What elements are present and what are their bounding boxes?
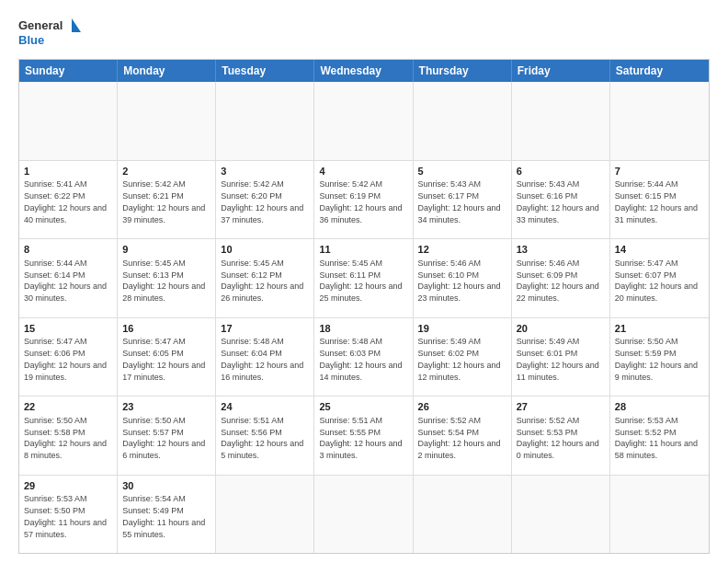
- cell-2-3: 11 Sunrise: 5:45 AMSunset: 6:11 PMDaylig…: [314, 239, 413, 317]
- cell-4-0: 22 Sunrise: 5:50 AMSunset: 5:58 PMDaylig…: [19, 396, 118, 475]
- day-number: 10: [221, 243, 309, 257]
- cell-info: Sunrise: 5:47 AMSunset: 6:07 PMDaylight:…: [615, 259, 698, 303]
- logo: General Blue: [18, 15, 83, 50]
- cell-4-4: 26 Sunrise: 5:52 AMSunset: 5:54 PMDaylig…: [414, 396, 512, 475]
- week-row-0: [19, 82, 709, 160]
- cell-info: Sunrise: 5:48 AMSunset: 6:04 PMDaylight:…: [221, 337, 303, 381]
- cell-0-3: [314, 82, 413, 160]
- cell-info: Sunrise: 5:50 AMSunset: 5:57 PMDaylight:…: [122, 416, 205, 460]
- day-number: 28: [615, 400, 704, 414]
- day-number: 27: [517, 400, 605, 414]
- cell-1-3: 4 Sunrise: 5:42 AMSunset: 6:19 PMDayligh…: [314, 161, 413, 239]
- cell-info: Sunrise: 5:45 AMSunset: 6:11 PMDaylight:…: [319, 259, 402, 303]
- calendar-header: Sunday Monday Tuesday Wednesday Thursday…: [19, 60, 709, 82]
- cell-1-2: 3 Sunrise: 5:42 AMSunset: 6:20 PMDayligh…: [216, 161, 314, 239]
- cell-info: Sunrise: 5:47 AMSunset: 6:05 PMDaylight:…: [122, 337, 205, 381]
- cell-3-3: 18 Sunrise: 5:48 AMSunset: 6:03 PMDaylig…: [314, 318, 413, 396]
- cell-1-6: 7 Sunrise: 5:44 AMSunset: 6:15 PMDayligh…: [610, 161, 709, 239]
- cell-0-0: [19, 82, 118, 160]
- cell-0-6: [610, 82, 709, 160]
- cell-info: Sunrise: 5:45 AMSunset: 6:13 PMDaylight:…: [122, 259, 205, 303]
- cell-5-6: [610, 476, 709, 554]
- day-number: 26: [418, 400, 506, 414]
- cell-4-2: 24 Sunrise: 5:51 AMSunset: 5:56 PMDaylig…: [216, 396, 314, 475]
- cell-0-5: [512, 82, 610, 160]
- cell-2-0: 8 Sunrise: 5:44 AMSunset: 6:14 PMDayligh…: [19, 239, 118, 317]
- cell-1-5: 6 Sunrise: 5:43 AMSunset: 6:16 PMDayligh…: [512, 161, 610, 239]
- day-number: 12: [418, 243, 506, 257]
- cell-info: Sunrise: 5:50 AMSunset: 5:59 PMDaylight:…: [615, 337, 698, 381]
- cell-info: Sunrise: 5:47 AMSunset: 6:06 PMDaylight:…: [24, 337, 107, 381]
- cell-1-1: 2 Sunrise: 5:42 AMSunset: 6:21 PMDayligh…: [118, 161, 216, 239]
- day-number: 30: [122, 479, 210, 493]
- week-row-4: 22 Sunrise: 5:50 AMSunset: 5:58 PMDaylig…: [19, 396, 709, 475]
- day-number: 7: [615, 165, 704, 178]
- cell-info: Sunrise: 5:41 AMSunset: 6:22 PMDaylight:…: [24, 179, 107, 224]
- calendar: Sunday Monday Tuesday Wednesday Thursday…: [18, 59, 710, 554]
- day-number: 20: [517, 322, 605, 336]
- cell-info: Sunrise: 5:50 AMSunset: 5:58 PMDaylight:…: [24, 416, 107, 460]
- week-row-2: 8 Sunrise: 5:44 AMSunset: 6:14 PMDayligh…: [19, 238, 709, 317]
- header-wednesday: Wednesday: [314, 60, 413, 82]
- header-sunday: Sunday: [19, 60, 118, 82]
- cell-5-2: [216, 476, 314, 554]
- cell-3-6: 21 Sunrise: 5:50 AMSunset: 5:59 PMDaylig…: [610, 318, 709, 396]
- calendar-body: 1 Sunrise: 5:41 AMSunset: 6:22 PMDayligh…: [19, 82, 709, 553]
- cell-2-4: 12 Sunrise: 5:46 AMSunset: 6:10 PMDaylig…: [414, 239, 512, 317]
- cell-5-5: [512, 476, 610, 554]
- cell-info: Sunrise: 5:45 AMSunset: 6:12 PMDaylight:…: [221, 259, 303, 303]
- cell-info: Sunrise: 5:51 AMSunset: 5:55 PMDaylight:…: [319, 416, 402, 460]
- cell-5-3: [314, 476, 413, 554]
- day-number: 25: [319, 400, 407, 414]
- cell-1-0: 1 Sunrise: 5:41 AMSunset: 6:22 PMDayligh…: [19, 161, 118, 239]
- calendar-page: General Blue Sunday Monday Tuesday Wedne…: [0, 0, 728, 563]
- cell-3-4: 19 Sunrise: 5:49 AMSunset: 6:02 PMDaylig…: [414, 318, 512, 396]
- cell-0-4: [414, 82, 512, 160]
- cell-2-1: 9 Sunrise: 5:45 AMSunset: 6:13 PMDayligh…: [118, 239, 216, 317]
- cell-3-2: 17 Sunrise: 5:48 AMSunset: 6:04 PMDaylig…: [216, 318, 314, 396]
- cell-info: Sunrise: 5:53 AMSunset: 5:50 PMDaylight:…: [24, 494, 107, 538]
- header-friday: Friday: [512, 60, 610, 82]
- cell-info: Sunrise: 5:46 AMSunset: 6:10 PMDaylight:…: [418, 259, 501, 303]
- cell-info: Sunrise: 5:52 AMSunset: 5:54 PMDaylight:…: [418, 416, 501, 460]
- day-number: 29: [24, 479, 112, 493]
- cell-info: Sunrise: 5:52 AMSunset: 5:53 PMDaylight:…: [517, 416, 599, 460]
- cell-info: Sunrise: 5:54 AMSunset: 5:49 PMDaylight:…: [122, 494, 205, 538]
- cell-info: Sunrise: 5:42 AMSunset: 6:20 PMDaylight:…: [221, 179, 303, 224]
- day-number: 4: [319, 165, 407, 178]
- day-number: 23: [122, 400, 210, 414]
- svg-marker-2: [72, 18, 81, 32]
- week-row-5: 29 Sunrise: 5:53 AMSunset: 5:50 PMDaylig…: [19, 475, 709, 554]
- day-number: 24: [221, 400, 309, 414]
- cell-info: Sunrise: 5:46 AMSunset: 6:09 PMDaylight:…: [517, 259, 599, 303]
- week-row-3: 15 Sunrise: 5:47 AMSunset: 6:06 PMDaylig…: [19, 317, 709, 396]
- cell-5-4: [414, 476, 512, 554]
- cell-info: Sunrise: 5:53 AMSunset: 5:52 PMDaylight:…: [615, 416, 698, 460]
- cell-3-1: 16 Sunrise: 5:47 AMSunset: 6:05 PMDaylig…: [118, 318, 216, 396]
- cell-info: Sunrise: 5:49 AMSunset: 6:01 PMDaylight:…: [517, 337, 599, 381]
- header-saturday: Saturday: [610, 60, 709, 82]
- day-number: 6: [517, 165, 605, 178]
- day-number: 8: [24, 243, 112, 257]
- cell-4-1: 23 Sunrise: 5:50 AMSunset: 5:57 PMDaylig…: [118, 396, 216, 475]
- day-number: 3: [221, 165, 309, 178]
- cell-5-1: 30 Sunrise: 5:54 AMSunset: 5:49 PMDaylig…: [118, 476, 216, 554]
- day-number: 19: [418, 322, 506, 336]
- cell-info: Sunrise: 5:51 AMSunset: 5:56 PMDaylight:…: [221, 416, 303, 460]
- cell-4-3: 25 Sunrise: 5:51 AMSunset: 5:55 PMDaylig…: [314, 396, 413, 475]
- cell-info: Sunrise: 5:48 AMSunset: 6:03 PMDaylight:…: [319, 337, 402, 381]
- cell-2-5: 13 Sunrise: 5:46 AMSunset: 6:09 PMDaylig…: [512, 239, 610, 317]
- cell-2-2: 10 Sunrise: 5:45 AMSunset: 6:12 PMDaylig…: [216, 239, 314, 317]
- cell-info: Sunrise: 5:44 AMSunset: 6:14 PMDaylight:…: [24, 259, 107, 303]
- day-number: 22: [24, 400, 112, 414]
- day-number: 17: [221, 322, 309, 336]
- cell-info: Sunrise: 5:42 AMSunset: 6:19 PMDaylight:…: [319, 179, 402, 224]
- cell-info: Sunrise: 5:49 AMSunset: 6:02 PMDaylight:…: [418, 337, 501, 381]
- cell-0-1: [118, 82, 216, 160]
- cell-4-6: 28 Sunrise: 5:53 AMSunset: 5:52 PMDaylig…: [610, 396, 709, 475]
- day-number: 18: [319, 322, 407, 336]
- day-number: 16: [122, 322, 210, 336]
- header-thursday: Thursday: [414, 60, 512, 82]
- svg-text:Blue: Blue: [18, 33, 44, 47]
- cell-2-6: 14 Sunrise: 5:47 AMSunset: 6:07 PMDaylig…: [610, 239, 709, 317]
